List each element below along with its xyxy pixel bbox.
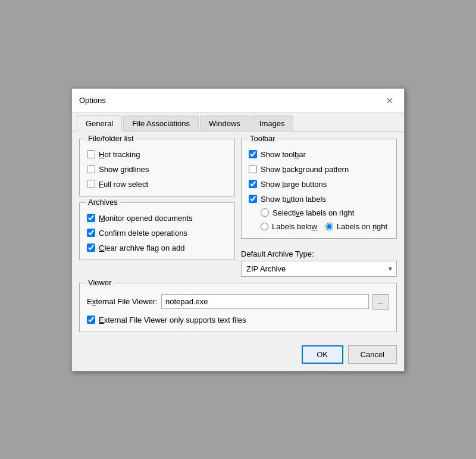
selective-labels-row: Selective labels on right bbox=[261, 208, 389, 217]
external-viewer-row: External File Viewer: ... bbox=[87, 294, 389, 310]
text-only-label[interactable]: External File Viewer only supports text … bbox=[99, 316, 246, 324]
tab-content: File/folder list Hot tracking Show gridl… bbox=[72, 132, 404, 339]
labels-on-right-radio[interactable] bbox=[325, 223, 333, 230]
monitor-opened-row: Monitor opened documents bbox=[87, 214, 227, 223]
hot-tracking-checkbox[interactable] bbox=[87, 150, 95, 158]
confirm-delete-row: Confirm delete operations bbox=[87, 229, 227, 238]
tab-windows[interactable]: Windows bbox=[200, 115, 249, 131]
viewer-group-label: Viewer bbox=[86, 278, 114, 287]
show-bg-pattern-label[interactable]: Show background pattern bbox=[261, 165, 349, 174]
show-button-labels-row: Show button labels bbox=[249, 195, 389, 204]
dialog-title: Options bbox=[79, 96, 106, 105]
archive-type-select-wrapper: ZIP Archive 7-Zip Archive RAR Archive ▼ bbox=[241, 261, 397, 277]
toolbar-group-label: Toolbar bbox=[248, 134, 278, 143]
show-gridlines-label[interactable]: Show gridlines bbox=[99, 165, 149, 174]
file-folder-group: File/folder list Hot tracking Show gridl… bbox=[79, 139, 235, 196]
external-viewer-input[interactable] bbox=[161, 294, 369, 309]
hot-tracking-label[interactable]: Hot tracking bbox=[99, 150, 140, 159]
show-large-buttons-checkbox[interactable] bbox=[249, 180, 257, 188]
tab-images[interactable]: Images bbox=[250, 115, 294, 131]
archives-group-label: Archives bbox=[86, 198, 120, 207]
show-large-buttons-label[interactable]: Show large buttons bbox=[261, 180, 327, 189]
ok-button[interactable]: OK bbox=[302, 345, 343, 364]
toolbar-group: Toolbar Show toolbar Show background pat… bbox=[241, 139, 397, 239]
labels-below-radio-row: Labels below bbox=[261, 222, 317, 231]
options-dialog: Options ✕ General File Associations Wind… bbox=[71, 88, 405, 371]
show-toolbar-checkbox[interactable] bbox=[249, 150, 257, 158]
full-row-select-checkbox[interactable] bbox=[87, 180, 95, 188]
confirm-delete-label[interactable]: Confirm delete operations bbox=[99, 229, 187, 238]
show-toolbar-label[interactable]: Show toolbar bbox=[261, 150, 306, 159]
text-only-checkbox[interactable] bbox=[87, 316, 95, 324]
default-archive-label: Default Archive Type: bbox=[241, 249, 397, 258]
main-row: File/folder list Hot tracking Show gridl… bbox=[79, 139, 397, 277]
hot-tracking-row: Hot tracking bbox=[87, 150, 227, 159]
archive-type-select[interactable]: ZIP Archive 7-Zip Archive RAR Archive bbox=[241, 261, 397, 277]
show-button-labels-label[interactable]: Show button labels bbox=[261, 195, 326, 204]
selective-labels-label[interactable]: Selective labels on right bbox=[273, 208, 354, 217]
show-gridlines-checkbox[interactable] bbox=[87, 165, 95, 173]
tabs-bar: General File Associations Windows Images bbox=[72, 113, 404, 132]
full-row-select-label[interactable]: Full row select bbox=[99, 180, 148, 189]
file-folder-group-label: File/folder list bbox=[86, 134, 136, 143]
archives-group: Archives Monitor opened documents Confir… bbox=[79, 202, 235, 260]
selective-labels-radio[interactable] bbox=[261, 208, 269, 217]
viewer-group: Viewer External File Viewer: ... Externa… bbox=[79, 283, 397, 332]
labels-on-right-label[interactable]: Labels on right bbox=[337, 222, 387, 231]
show-button-labels-checkbox[interactable] bbox=[249, 195, 257, 203]
button-row: OK Cancel bbox=[72, 339, 404, 371]
show-toolbar-row: Show toolbar bbox=[249, 150, 389, 159]
clear-archive-label[interactable]: Clear archive flag on add bbox=[99, 243, 185, 252]
labels-on-right-radio-row: Labels on right bbox=[325, 222, 387, 231]
show-large-buttons-row: Show large buttons bbox=[249, 180, 389, 189]
tab-file-associations[interactable]: File Associations bbox=[123, 115, 199, 131]
text-only-row: External File Viewer only supports text … bbox=[87, 316, 389, 324]
labels-below-radio[interactable] bbox=[261, 223, 268, 230]
title-bar: Options ✕ bbox=[72, 89, 404, 113]
clear-archive-checkbox[interactable] bbox=[87, 243, 95, 252]
clear-archive-row: Clear archive flag on add bbox=[87, 243, 227, 252]
external-viewer-label: External File Viewer: bbox=[87, 297, 158, 306]
browse-button[interactable]: ... bbox=[372, 294, 389, 310]
default-archive-section: Default Archive Type: ZIP Archive 7-Zip … bbox=[241, 249, 397, 277]
monitor-opened-checkbox[interactable] bbox=[87, 214, 95, 222]
show-gridlines-row: Show gridlines bbox=[87, 165, 227, 174]
monitor-opened-label[interactable]: Monitor opened documents bbox=[99, 214, 193, 223]
right-column: Toolbar Show toolbar Show background pat… bbox=[241, 139, 397, 277]
show-bg-pattern-checkbox[interactable] bbox=[249, 165, 257, 173]
tab-general[interactable]: General bbox=[77, 115, 122, 132]
labels-below-label[interactable]: Labels below bbox=[272, 222, 317, 231]
cancel-button[interactable]: Cancel bbox=[348, 345, 397, 364]
confirm-delete-checkbox[interactable] bbox=[87, 229, 95, 237]
close-button[interactable]: ✕ bbox=[383, 93, 397, 108]
full-row-select-row: Full row select bbox=[87, 180, 227, 189]
left-column: File/folder list Hot tracking Show gridl… bbox=[79, 139, 235, 277]
show-bg-pattern-row: Show background pattern bbox=[249, 165, 389, 174]
